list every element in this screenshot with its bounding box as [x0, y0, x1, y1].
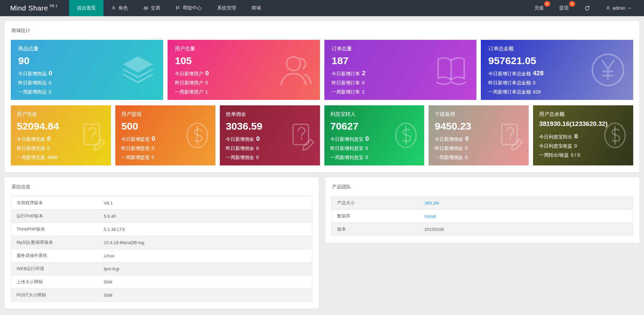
mall-stats-panel: 商城统计 商品总量 90 今日新增商品0 昨日新增商品0 一周新增商品0 用户总… [5, 21, 639, 172]
stat-card-referral-commission: 下级返佣 9450.23 今日新增佣金0 昨日新增佣金0 一周新增佣金0 [429, 105, 529, 165]
stat-card-title: 用户充值 [17, 111, 105, 117]
user-menu[interactable]: admin [598, 0, 639, 16]
nav-item-help-center[interactable]: 帮助中心 [168, 0, 209, 16]
system-info-title: 系统信息 [11, 184, 312, 190]
nav-item-trade[interactable]: 交易 [136, 0, 168, 16]
app-version: V8.1 [49, 4, 58, 8]
nav-item-roles[interactable]: 角色 [104, 0, 136, 16]
dollar-icon [390, 120, 421, 151]
table-row: MySQL数据库版本10.4.19-MariaDB-log [11, 236, 313, 249]
nav-item-system-admin[interactable]: 系统管理 [209, 0, 244, 16]
nav-item-mall[interactable]: 商城 [244, 0, 269, 16]
stat-card-orders: 订单总量 187 今日新增订单2 昨日新增订单0 一周新增订单2 [324, 40, 477, 100]
stat-card-users: 用户总量 105 今日新增用户0 昨日新增用户0 一周新增用户1 [168, 40, 320, 100]
nav-item-home[interactable]: 后台首页 [69, 0, 104, 16]
stat-card-total-balance: 用户总余额 381930.16(1233620.32) 今日利息宝转出0 今日利… [533, 105, 633, 165]
top-navbar: Mind Share V8.1 后台首页 角色 交易 帮助中心 系统管理 商城 … [0, 0, 644, 16]
product-team-panel: 产品团队 产品大小393.2M 数据库mysql 版本20100106 [325, 177, 639, 243]
stat-card-user-withdraw: 用户提现 500 今日新增提现0 昨日新增提现0 一周新增提现0 [115, 105, 215, 165]
navbar-right: 充值 0 提现 0 admin [527, 0, 644, 16]
table-row: 产品大小393.2M [332, 196, 633, 210]
yen-icon [588, 50, 628, 90]
table-row: 当前程序版本V8.1 [11, 196, 313, 210]
table-row: 版本20100106 [332, 223, 633, 236]
dollar-icon [182, 120, 213, 151]
product-team-title: 产品团队 [332, 184, 633, 190]
stat-card-title: 抢单佣金 [226, 111, 314, 117]
recharge-badge: 0 [544, 1, 550, 7]
system-info-panel: 系统信息 当前程序版本V8.1 运行PHP版本5.6.40 ThinkPHP版本… [5, 177, 319, 309]
stats-row-2: 用户充值 52094.84 今日新增充值0 昨日新增充值0 一周新增充值4000… [11, 105, 633, 165]
stat-card-order-amount: 订单总金额 957621.05 今日新增订单总金额428 昨日新增订单总金额0 … [481, 40, 633, 100]
table-row: 数据库mysql [332, 210, 633, 223]
stats-row-1: 商品总量 90 今日新增商品0 昨日新增商品0 一周新增商品0 用户总量 105… [11, 40, 633, 100]
product-size-link[interactable]: 393.2M [425, 201, 439, 206]
main-content: 商城统计 商品总量 90 今日新增商品0 昨日新增商品0 一周新增商品0 用户总… [0, 16, 644, 313]
doc-question-icon [495, 120, 526, 151]
withdraw-badge: 0 [569, 1, 575, 7]
person-icon [111, 6, 116, 10]
flag-icon [176, 6, 180, 10]
scales-icon [143, 6, 148, 11]
stat-card-title: 利息宝转入 [330, 111, 418, 117]
stat-card-grab-commission: 抢单佣金 3036.59 今日新增佣金0 昨日新增佣金0 一周新增佣金0 [220, 105, 320, 165]
username: admin [613, 5, 625, 11]
user-icon [606, 6, 610, 10]
table-row: 上传大小限制50M [11, 275, 313, 289]
layers-icon [118, 50, 158, 90]
table-row: 服务器操作系统Linux [11, 249, 313, 262]
stat-card-title: 用户总余额 [539, 111, 627, 117]
refresh-icon [584, 5, 590, 11]
stat-card-title: 用户提现 [121, 111, 209, 117]
database-link[interactable]: mysql [425, 214, 436, 219]
doc-question-icon [286, 120, 317, 151]
chevron-up-icon [628, 6, 632, 10]
app-logo: Mind Share V8.1 [0, 0, 69, 16]
product-team-table: 产品大小393.2M 数据库mysql 版本20100106 [331, 196, 633, 236]
stats-panel-title: 商城统计 [11, 28, 633, 34]
dollar-icon [599, 120, 631, 151]
system-info-table: 当前程序版本V8.1 运行PHP版本5.6.40 ThinkPHP版本5.1.3… [11, 196, 313, 302]
bottom-panels: 系统信息 当前程序版本V8.1 运行PHP版本5.6.40 ThinkPHP版本… [5, 177, 639, 309]
table-row: POST大小限制50M [11, 289, 313, 302]
stat-card-products: 商品总量 90 今日新增商品0 昨日新增商品0 一周新增商品0 [11, 40, 163, 100]
stat-card-user-recharge: 用户充值 52094.84 今日新增充值0 昨日新增充值0 一周新增充值4000 [11, 105, 111, 165]
book-icon [431, 50, 471, 90]
recharge-button[interactable]: 充值 0 [527, 0, 552, 16]
stat-card-title: 下级返佣 [435, 111, 523, 117]
table-row: 运行PHP版本5.6.40 [11, 210, 313, 223]
app-title: Mind Share [10, 4, 48, 12]
users-icon [275, 50, 315, 90]
stat-card-interest-in: 利息宝转入 70627 今日新增利息宝0 昨日新增利息宝0 一周新增利息宝0 [324, 105, 425, 165]
table-row: ThinkPHP版本5.1.38 LTS [11, 223, 313, 236]
doc-question-icon [77, 120, 108, 151]
withdraw-button[interactable]: 提现 0 [552, 0, 577, 16]
refresh-button[interactable] [577, 0, 598, 16]
table-row: WEB运行环境fpm-fcgi [11, 262, 313, 275]
